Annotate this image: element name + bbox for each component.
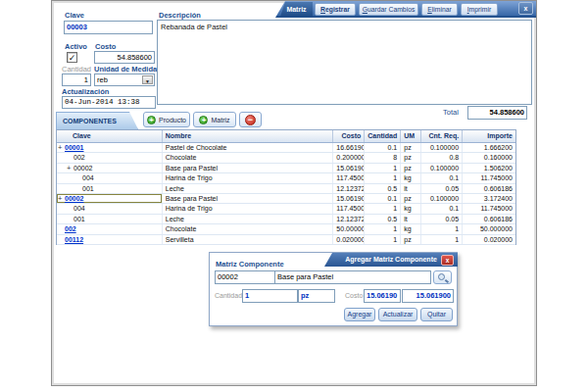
clave-cell[interactable]: + 00002 — [57, 164, 163, 172]
table-row[interactable]: 002 Chocolate 50.000000 1 kg 1 50.000000 — [57, 224, 515, 234]
table-row[interactable]: + 00001 Pastel de Chocolate 16.661900 0.… — [57, 143, 515, 153]
row-clave[interactable]: 00002 — [65, 194, 83, 203]
expand-icon[interactable]: + — [67, 164, 71, 172]
row-um: lt — [401, 184, 421, 193]
descripcion-textarea[interactable]: Rebanada de Pastel — [157, 20, 532, 105]
table-row[interactable]: 00112 Servilleta 0.020000 1 pz 1 0.02000… — [57, 235, 515, 245]
chevron-down-icon[interactable]: ▼ — [142, 75, 153, 84]
col-costo[interactable]: Costo — [333, 130, 365, 142]
row-costo: 0.020000 — [333, 235, 365, 244]
row-cnt-req: 0.100000 — [421, 194, 463, 203]
row-clave[interactable]: 004 — [74, 204, 85, 213]
row-um: pz — [401, 235, 421, 244]
row-clave[interactable]: 002 — [65, 224, 76, 233]
row-nombre: Base para Pastel — [163, 164, 334, 172]
col-cnt-req[interactable]: Cnt. Req. — [421, 130, 463, 142]
dialog-um-input[interactable]: pz — [298, 289, 335, 303]
col-um[interactable]: UM — [401, 130, 421, 142]
clave-cell[interactable]: 00112 — [57, 235, 163, 244]
add-matriz-button[interactable]: + Matriz — [193, 112, 236, 127]
add-icon: + — [147, 116, 156, 124]
row-clave[interactable]: 001 — [82, 184, 94, 193]
components-table-header: Clave Nombre Costo Cantidad UM Cnt. Req.… — [57, 130, 515, 143]
cantidad-input[interactable]: 1 — [62, 74, 91, 86]
col-cantidad[interactable]: Cantidad — [365, 130, 401, 142]
clave-cell[interactable]: 001 — [57, 184, 163, 193]
row-importe: 0.020000 — [463, 235, 515, 244]
row-importe: 1.666200 — [463, 143, 515, 152]
expand-icon[interactable]: + — [58, 194, 62, 203]
dialog-close-icon[interactable]: x — [441, 255, 454, 266]
row-clave[interactable]: 004 — [82, 173, 94, 182]
unidad-medida-select[interactable]: reb ▼ — [94, 74, 155, 86]
row-importe: 1.506200 — [463, 164, 515, 172]
remove-component-button[interactable]: − — [239, 112, 262, 127]
row-costo: 16.661900 — [333, 143, 365, 152]
search-button[interactable] — [433, 270, 452, 284]
row-cnt-req: 1 — [421, 235, 463, 244]
row-clave[interactable]: 002 — [74, 153, 85, 162]
clave-cell[interactable]: + 00001 — [57, 143, 163, 152]
imprimir-button[interactable]: Imprimir — [461, 3, 498, 16]
tab-matriz[interactable]: Matriz — [280, 2, 313, 17]
row-nombre: Leche — [163, 215, 334, 223]
table-row[interactable]: + 00002 Base para Pastel 15.061900 1 pz … — [57, 164, 515, 173]
row-cnt-req: 0.1 — [421, 173, 463, 182]
eliminar-button[interactable]: Eliminar — [421, 3, 458, 16]
table-row[interactable]: 004 Harina de Trigo 117.450000 1 kg 0.1 … — [57, 173, 515, 183]
total-input: 54.858600 — [467, 106, 527, 120]
row-clave[interactable]: 00112 — [65, 235, 83, 244]
dialog-costo-input[interactable]: 15.06190 — [364, 289, 401, 303]
table-row[interactable]: 001 Leche 12.123725 0.5 lt 0.05 0.606186 — [57, 184, 515, 194]
row-um: lt — [401, 215, 421, 223]
tab-componentes[interactable]: COMPONENTES — [56, 112, 138, 129]
col-nombre[interactable]: Nombre — [163, 130, 334, 142]
row-clave[interactable]: 001 — [74, 215, 85, 223]
close-window-icon[interactable]: x — [518, 2, 533, 15]
guardar-cambios-button[interactable]: Guardar Cambios — [359, 3, 418, 16]
col-importe[interactable]: Importe — [463, 130, 515, 142]
table-row[interactable]: 002 Chocolate 0.200000 8 pz 0.8 0.160000 — [57, 153, 515, 163]
costo-input[interactable]: 54.858600 — [94, 51, 155, 64]
expand-icon[interactable]: + — [58, 143, 62, 152]
table-row[interactable]: 001 Leche 12.123725 0.5 lt 0.05 0.606186 — [57, 215, 515, 224]
row-cnt-req: 0.05 — [421, 215, 463, 223]
row-cnt-req: 0.100000 — [421, 164, 463, 172]
clave-cell[interactable]: 001 — [57, 215, 163, 223]
clave-cell[interactable]: + 00002 — [57, 194, 163, 203]
agregar-button[interactable]: Agregar — [344, 308, 375, 321]
clave-cell[interactable]: 002 — [57, 153, 163, 162]
clave-cell[interactable]: 002 — [57, 224, 163, 233]
clave-cell[interactable]: 004 — [57, 173, 163, 182]
row-nombre: Harina de Trigo — [163, 204, 334, 213]
matriz-componente-label: Matriz Componente — [216, 260, 284, 269]
registrar-button[interactable]: Registrar — [315, 3, 356, 16]
descripcion-label: Descripción — [159, 11, 201, 20]
dialog-cantidad-input[interactable]: 1 — [242, 289, 298, 303]
quitar-button[interactable]: Quitar — [420, 308, 453, 321]
dialog-clave-input[interactable]: 00002 — [215, 270, 275, 284]
row-costo: 0.200000 — [333, 153, 365, 162]
table-row[interactable]: + 00002 Base para Pastel 15.061900 0.1 p… — [57, 194, 515, 204]
row-cnt-req: 0.100000 — [421, 143, 463, 152]
row-clave[interactable]: 00001 — [65, 143, 83, 152]
clave-input[interactable]: 00003 — [64, 21, 153, 34]
actualizar-button[interactable]: Actualizar — [378, 308, 417, 321]
activo-checkbox[interactable]: ✓ — [67, 52, 77, 63]
row-um: kg — [401, 173, 421, 182]
row-clave[interactable]: 00002 — [74, 164, 92, 172]
col-clave[interactable]: Clave — [57, 130, 163, 142]
unidad-medida-label: Unidad de Medida — [94, 65, 157, 74]
row-um: kg — [401, 224, 421, 233]
row-importe: 11.745000 — [463, 173, 515, 182]
clave-cell[interactable]: 004 — [57, 204, 163, 213]
row-cantidad: 8 — [365, 153, 401, 162]
dialog-cantidad-label: Cantidad — [215, 292, 242, 299]
row-cantidad: 1 — [365, 164, 401, 172]
row-cnt-req: 0.05 — [421, 184, 463, 193]
actualizacion-input[interactable]: 04-Jun-2014 13:38 — [62, 96, 156, 109]
unidad-medida-value: reb — [97, 75, 108, 84]
add-producto-button[interactable]: + Producto — [143, 112, 190, 127]
table-row[interactable]: 004 Harina de Trigo 117.450000 1 kg 0.1 … — [57, 204, 515, 214]
dialog-nombre-input[interactable]: Base para Pastel — [274, 270, 431, 284]
